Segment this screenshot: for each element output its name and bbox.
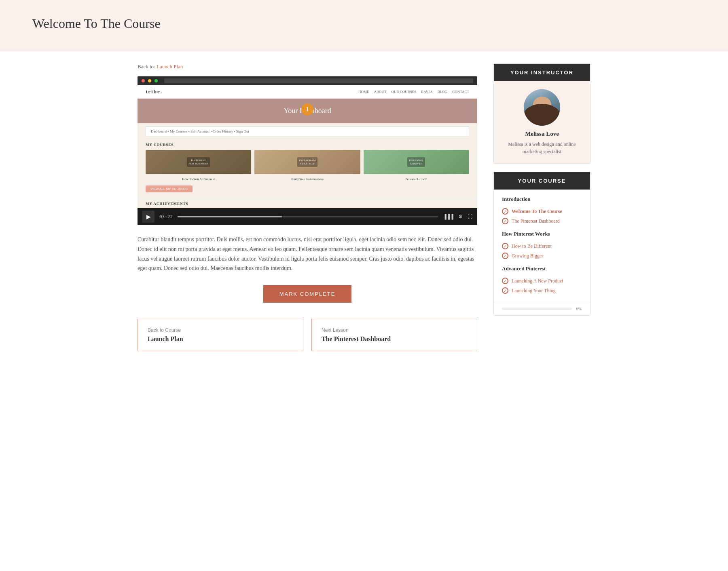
course-card-3: PERSONALGROWTH xyxy=(364,150,469,174)
avatar-hair xyxy=(524,104,560,126)
next-card-title: The Pinterest Dashboard xyxy=(322,335,467,343)
dashboard-hero: 1 Your Dashboard xyxy=(138,99,477,123)
back-link: Back to: Launch Plan xyxy=(138,63,477,70)
video-controls: ▶ 03:22 ▐▐▐ ⚙ ⛶ xyxy=(138,208,477,225)
avatar-image xyxy=(524,89,560,126)
lesson-link-launching-new[interactable]: Launching A New Product xyxy=(512,278,563,284)
back-link-prefix: Back to: xyxy=(138,63,155,70)
course-card-2: INSTAGRAMSTRATEGY xyxy=(254,150,360,174)
page-title: Welcome To The Course xyxy=(32,16,696,31)
back-card-label: Back to Course xyxy=(148,327,293,333)
nav-raves: RAVES xyxy=(421,90,432,94)
browser-minimize-dot xyxy=(148,79,151,82)
lesson-link-launching-thing[interactable]: Launching Your Thing xyxy=(512,288,556,294)
avatar xyxy=(524,89,560,126)
instructor-section: YOUR INSTRUCTOR Melissa Love Melissa is … xyxy=(493,63,590,164)
site-logo: tribe. xyxy=(146,88,163,95)
site-nav: tribe. HOME ABOUT OUR COURSES RAVES BLOG… xyxy=(138,85,477,99)
video-player: tribe. HOME ABOUT OUR COURSES RAVES BLOG… xyxy=(138,76,477,225)
fullscreen-icon[interactable]: ⛶ xyxy=(468,214,472,220)
lesson-check-growing-bigger: ✓ xyxy=(502,253,508,259)
nav-courses: OUR COURSES xyxy=(392,90,417,94)
lesson-growing-bigger: ✓ Growing Bigger xyxy=(502,251,582,261)
course-title-1: How To Win At Pinterest xyxy=(146,177,251,181)
back-link-anchor[interactable]: Launch Plan xyxy=(157,63,183,70)
lesson-link-welcome[interactable]: Welcome To The Course xyxy=(512,209,562,215)
next-lesson-card[interactable]: Next Lesson The Pinterest Dashboard xyxy=(311,319,477,351)
navigation-cards: Back to Course Launch Plan Next Lesson T… xyxy=(138,319,477,351)
play-button[interactable]: ▶ xyxy=(142,211,154,223)
lesson-welcome: ✓ Welcome To The Course xyxy=(502,206,582,216)
course-card-label-3: PERSONALGROWTH xyxy=(407,157,425,167)
instructor-name: Melissa Love xyxy=(502,131,582,137)
nav-blog: BLOG xyxy=(438,90,448,94)
lesson-link-pinterest-dashboard[interactable]: The Pinterest Dashboard xyxy=(512,218,560,224)
instructor-body: Melissa Love Melissa is a web design and… xyxy=(494,81,590,163)
instructor-bio: Melissa is a web design and online marke… xyxy=(502,141,582,155)
next-card-label: Next Lesson xyxy=(322,327,467,333)
course-titles: How To Win At Pinterest Build Your Insta… xyxy=(146,177,469,181)
nav-contact: CONTACT xyxy=(452,90,469,94)
content-area: Back to: Launch Plan tribe. HOME ABOUT xyxy=(138,63,477,351)
back-to-course-card[interactable]: Back to Course Launch Plan xyxy=(138,319,303,351)
lesson-how-different: ✓ How to Be Different xyxy=(502,241,582,251)
view-all-courses-button[interactable]: VIEW ALL MY COURSES xyxy=(146,185,193,192)
lesson-launching-new: ✓ Launching A New Product xyxy=(502,276,582,286)
course-grid: PINTERESTFOR BUSINESS INSTAGRAMSTRATEGY … xyxy=(146,150,469,174)
browser-close-dot xyxy=(142,79,145,82)
sidebar: YOUR INSTRUCTOR Melissa Love Melissa is … xyxy=(493,63,590,351)
progress-section: 0% xyxy=(494,302,590,315)
volume-icon[interactable]: ▐▐▐ xyxy=(443,214,453,220)
nav-about: ABOUT xyxy=(374,90,387,94)
lesson-link-growing-bigger[interactable]: Growing Bigger xyxy=(512,253,543,259)
site-navlinks: HOME ABOUT OUR COURSES RAVES BLOG CONTAC… xyxy=(358,90,469,94)
course-section-introduction: Introduction xyxy=(502,196,582,202)
course-card-label-2: INSTAGRAMSTRATEGY xyxy=(297,157,317,167)
top-banner: Welcome To The Course xyxy=(0,0,728,51)
nav-home: HOME xyxy=(358,90,369,94)
main-layout: Back to: Launch Plan tribe. HOME ABOUT xyxy=(121,63,607,375)
lesson-check-welcome: ✓ xyxy=(502,208,508,215)
time-display: 03:22 xyxy=(159,214,173,219)
course-card-1: PINTERESTFOR BUSINESS xyxy=(146,150,251,174)
mark-complete-button[interactable]: MARK COMPLETE xyxy=(263,285,352,303)
instructor-header: YOUR INSTRUCTOR xyxy=(494,64,590,81)
lesson-launching-thing: ✓ Launching Your Thing xyxy=(502,286,582,295)
back-card-title: Launch Plan xyxy=(148,335,293,343)
course-section-how-pinterest: How Pinterest Works xyxy=(502,231,582,237)
lesson-pinterest-dashboard: ✓ The Pinterest Dashboard xyxy=(502,216,582,226)
course-header: YOUR COURSE xyxy=(494,172,590,190)
course-section-advanced: Advanced Pinterest xyxy=(502,265,582,272)
course-section: YOUR COURSE Introduction ✓ Welcome To Th… xyxy=(493,172,590,316)
dashboard-nav: Dashboard • My Courses • Edit Account • … xyxy=(146,126,469,136)
progress-label: 0% xyxy=(576,306,582,311)
course-card-label-1: PINTERESTFOR BUSINESS xyxy=(187,157,210,167)
course-title-3: Personal Growth xyxy=(364,177,469,181)
video-progress-fill xyxy=(178,216,282,217)
progress-bar xyxy=(502,308,572,310)
lesson-description: Curabitur blandit tempus porttitor. Duis… xyxy=(138,235,477,273)
lesson-link-how-different[interactable]: How to Be Different xyxy=(512,243,552,249)
browser-expand-dot xyxy=(154,79,158,82)
lesson-check-how-different: ✓ xyxy=(502,243,508,249)
achievements-label: MY ACHIEVEMENTS xyxy=(138,199,477,208)
lesson-check-pinterest-dashboard: ✓ xyxy=(502,218,508,224)
browser-topbar xyxy=(138,76,477,85)
course-title-2: Build Your Instabusiness xyxy=(254,177,360,181)
lesson-check-launching-thing: ✓ xyxy=(502,287,508,294)
video-progress-bar[interactable] xyxy=(178,216,438,217)
video-screenshot: tribe. HOME ABOUT OUR COURSES RAVES BLOG… xyxy=(138,76,477,208)
courses-label: MY COURSES xyxy=(146,143,469,147)
badge: 1 xyxy=(301,103,313,116)
course-body: Introduction ✓ Welcome To The Course ✓ T… xyxy=(494,190,590,302)
lesson-check-launching-new: ✓ xyxy=(502,278,508,284)
courses-section: MY COURSES PINTERESTFOR BUSINESS INSTAGR… xyxy=(138,139,477,199)
browser-url-bar xyxy=(164,78,473,83)
settings-icon[interactable]: ⚙ xyxy=(458,214,463,220)
